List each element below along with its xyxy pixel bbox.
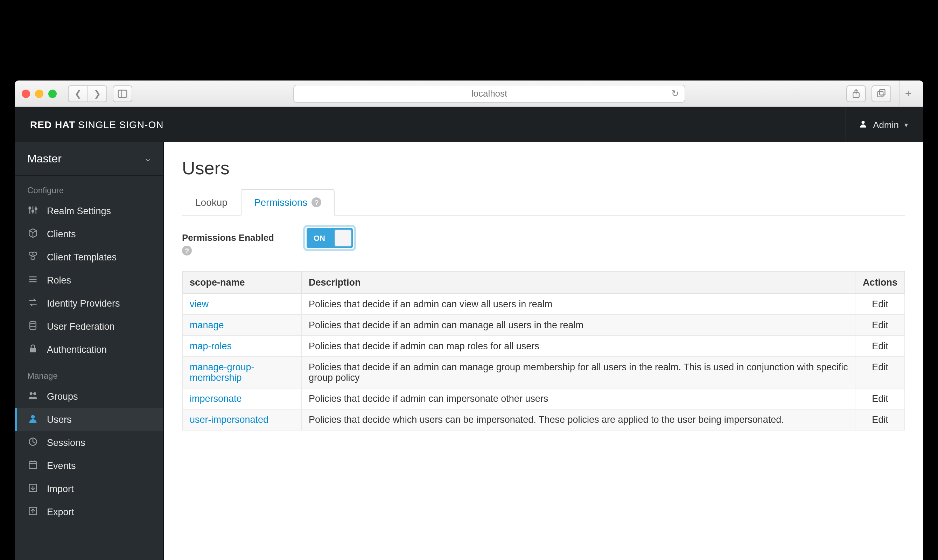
svg-rect-3 xyxy=(878,91,883,97)
edit-button[interactable]: Edit xyxy=(872,362,888,372)
sidebar-item-groups[interactable]: Groups xyxy=(15,385,163,408)
scope-link[interactable]: impersonate xyxy=(190,394,242,404)
chevron-down-icon: ▾ xyxy=(904,121,908,128)
description-cell: Policies that decide if an admin can vie… xyxy=(301,294,855,315)
sidebar: Master ⌵ Configure Realm SettingsClients… xyxy=(15,142,164,560)
address-bar[interactable]: localhost ↻ xyxy=(293,85,685,103)
svg-point-5 xyxy=(862,120,865,123)
close-window-button[interactable] xyxy=(22,89,30,98)
export-icon xyxy=(27,506,38,518)
edit-button[interactable]: Edit xyxy=(872,394,888,404)
import-icon xyxy=(27,483,38,495)
user-icon xyxy=(859,119,867,130)
edit-button[interactable]: Edit xyxy=(872,341,888,351)
brand: RED HAT SINGLE SIGN-ON xyxy=(30,119,163,130)
new-tab-button[interactable]: + xyxy=(900,80,916,107)
browser-toolbar: ❮ ❯ localhost ↻ + xyxy=(15,80,923,107)
address-text: localhost xyxy=(471,88,507,99)
table-row: viewPolicies that decide if an admin can… xyxy=(182,294,905,315)
sidebar-item-clients[interactable]: Clients xyxy=(15,223,163,246)
back-button[interactable]: ❮ xyxy=(68,85,88,102)
user-icon xyxy=(27,414,38,426)
sidebar-item-label: Groups xyxy=(47,391,78,402)
toolbar-right xyxy=(846,85,891,102)
main-content: Users LookupPermissions? Permissions Ena… xyxy=(164,142,923,560)
sidebar-item-client-templates[interactable]: Client Templates xyxy=(15,246,163,269)
svg-rect-21 xyxy=(29,462,37,468)
description-cell: Policies that decide if an admin can man… xyxy=(301,357,855,388)
svg-point-19 xyxy=(31,415,35,419)
scope-link[interactable]: manage xyxy=(190,320,224,331)
sidebar-item-roles[interactable]: Roles xyxy=(15,269,163,292)
sidebar-item-authentication[interactable]: Authentication xyxy=(15,338,163,361)
edit-button[interactable]: Edit xyxy=(872,414,888,425)
panel-icon xyxy=(118,89,128,98)
sidebar-item-label: User Federation xyxy=(47,321,115,332)
brand-bold: RED HAT xyxy=(30,119,75,130)
edit-button[interactable]: Edit xyxy=(872,299,888,309)
sidebar-item-label: Sessions xyxy=(47,437,85,448)
svg-point-11 xyxy=(35,208,37,210)
sidebar-item-users[interactable]: Users xyxy=(15,408,163,431)
svg-rect-0 xyxy=(118,90,127,97)
table-row: map-rolesPolicies that decide if admin c… xyxy=(182,335,905,357)
sidebar-item-export[interactable]: Export xyxy=(15,500,163,524)
user-menu[interactable]: Admin ▾ xyxy=(846,107,908,142)
svg-point-10 xyxy=(32,210,34,212)
sidebar-item-realm-settings[interactable]: Realm Settings xyxy=(15,200,163,223)
share-button[interactable] xyxy=(846,85,866,102)
sidebar-toggle-button[interactable] xyxy=(113,85,132,102)
calendar-icon xyxy=(27,460,38,472)
sidebar-section-configure: Configure xyxy=(15,176,163,200)
clock-icon xyxy=(27,437,38,449)
app: RED HAT SINGLE SIGN-ON Admin ▾ Master ⌵ … xyxy=(15,107,923,560)
tab-label: Lookup xyxy=(195,197,228,208)
group-icon xyxy=(27,391,38,403)
sidebar-item-label: Identity Providers xyxy=(47,298,120,309)
traffic-lights xyxy=(22,89,57,98)
reload-icon[interactable]: ↻ xyxy=(671,88,679,99)
sidebar-section-manage: Manage xyxy=(15,361,163,385)
edit-button[interactable]: Edit xyxy=(872,320,888,331)
th-actions: Actions xyxy=(855,271,905,294)
sidebar-item-import[interactable]: Import xyxy=(15,477,163,500)
share-icon xyxy=(851,89,861,98)
sidebar-item-label: Roles xyxy=(47,275,71,286)
description-cell: Policies that decide if an admin can man… xyxy=(301,315,855,335)
maximize-window-button[interactable] xyxy=(48,89,57,98)
scope-link[interactable]: user-impersonated xyxy=(190,414,268,425)
sidebar-item-label: Authentication xyxy=(47,345,107,355)
scope-link[interactable]: manage-group-membership xyxy=(190,362,254,383)
brand-light: SINGLE SIGN-ON xyxy=(78,119,163,130)
tabs-button[interactable] xyxy=(872,85,891,102)
sidebar-item-label: Realm Settings xyxy=(47,206,111,216)
description-cell: Policies that decide if admin can impers… xyxy=(301,388,855,409)
sidebar-item-user-federation[interactable]: User Federation xyxy=(15,315,163,338)
help-icon[interactable]: ? xyxy=(312,197,321,207)
help-icon[interactable]: ? xyxy=(182,246,192,255)
tab-permissions[interactable]: Permissions? xyxy=(241,189,335,215)
tab-label: Permissions xyxy=(254,197,308,208)
sidebar-item-identity-providers[interactable]: Identity Providers xyxy=(15,292,163,315)
svg-point-9 xyxy=(29,207,31,209)
scope-link[interactable]: map-roles xyxy=(190,341,232,351)
tab-lookup[interactable]: Lookup xyxy=(182,189,241,215)
database-icon xyxy=(27,321,38,332)
sidebar-item-label: Events xyxy=(47,461,76,471)
permissions-enabled-toggle[interactable]: ON xyxy=(307,228,353,248)
realm-selector[interactable]: Master ⌵ xyxy=(15,142,163,176)
forward-button[interactable]: ❯ xyxy=(88,85,107,102)
toggle-knob xyxy=(335,229,351,246)
permissions-table: scope-name Description Actions viewPolic… xyxy=(182,271,905,431)
cube-icon xyxy=(27,228,38,240)
sidebar-item-events[interactable]: Events xyxy=(15,454,163,477)
sidebar-item-sessions[interactable]: Sessions xyxy=(15,431,163,454)
app-body: Master ⌵ Configure Realm SettingsClients… xyxy=(15,142,923,560)
table-row: user-impersonatedPolicies that decide wh… xyxy=(182,409,905,430)
permissions-enabled-row: Permissions Enabled ? ON xyxy=(182,228,905,255)
sidebar-item-label: Export xyxy=(47,507,74,517)
minimize-window-button[interactable] xyxy=(35,89,43,98)
lock-icon xyxy=(27,344,38,355)
permissions-enabled-label: Permissions Enabled ? xyxy=(182,228,287,255)
scope-link[interactable]: view xyxy=(190,299,209,309)
